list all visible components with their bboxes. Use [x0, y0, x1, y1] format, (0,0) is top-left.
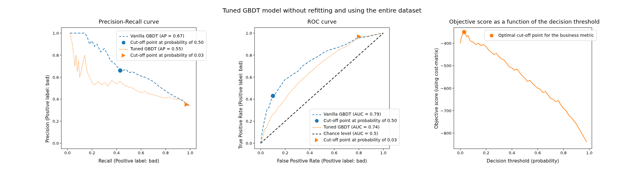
roc-legend-vanilla: Vanilla GBDT (AUC = 0.79): [312, 111, 397, 117]
roc-xlabel: False Positive Rate (Positive label: bad…: [255, 158, 389, 164]
pr-legend-vanilla-label: Vanilla GBDT (AP = 0.67): [130, 33, 184, 39]
objective-marker: [462, 30, 466, 34]
precision_recall-ytick: 0.8: [52, 53, 59, 57]
roc-title: ROC curve: [255, 18, 389, 25]
objective-ytick: −600: [440, 86, 451, 90]
objective-ytick: −800: [440, 131, 451, 135]
roc-legend-cut-vanilla: Cut-off point at probability of 0.50: [312, 117, 397, 124]
pr-legend-cut-tuned: Cut-off point at probability of 0.03: [119, 52, 204, 59]
roc-legend-tuned: Tuned GBDT (AUC = 0.74): [312, 124, 397, 130]
precision_recall-xtick: 0.8: [163, 151, 169, 155]
obj-legend-optimal: Optimal cut-off point for the business m…: [487, 32, 594, 39]
objective-ytick: −500: [440, 63, 451, 68]
objective-series: [460, 32, 587, 142]
roc-ylabel: True Positive Rate (Positive label: bad): [238, 61, 243, 149]
objective-xtick: 1.0: [586, 151, 592, 155]
panel-precision-recall: Precision-Recall curve 0.00.20.40.60.81.…: [46, 18, 230, 172]
figure: Tuned GBDT model without refitting and u…: [0, 0, 644, 184]
pr-legend-cut-vanilla-label: Cut-off point at probability of 0.50: [130, 39, 204, 46]
precision_recall-ytick: 0.0: [52, 141, 59, 146]
objective-xtick: 0.2: [483, 151, 489, 155]
obj-axes: 0.00.20.40.60.81.0−800−700−600−500−400: [454, 28, 592, 149]
objective-ytick: −700: [440, 108, 451, 113]
roc-xtick: 0.8: [356, 151, 362, 155]
pr-legend: Vanilla GBDT (AP = 0.67) Cut-off point a…: [117, 31, 206, 61]
roc-xtick: 0.0: [258, 151, 264, 155]
precision_recall-xtick: 0.4: [113, 151, 120, 155]
roc-xtick: 0.4: [307, 151, 313, 155]
precision_recall-xtick: 0.2: [89, 151, 95, 155]
objective-xtick: 0.6: [535, 151, 541, 155]
roc-legend-chance: Chance level (AUC = 0.5): [312, 130, 397, 137]
objective-ytick: −400: [440, 41, 451, 46]
panel-objective: Objective score as a function of the dec…: [432, 18, 616, 172]
roc-legend-tuned-label: Tuned GBDT (AUC = 0.74): [324, 124, 380, 130]
roc-ytick: 1.0: [246, 31, 252, 35]
roc-xtick: 0.2: [282, 151, 289, 155]
precision_recall-ytick: 0.4: [52, 97, 59, 102]
obj-ylabel: Objective score (using cost-matrix): [434, 48, 439, 129]
roc-marker: [271, 94, 275, 98]
obj-legend: Optimal cut-off point for the business m…: [485, 30, 597, 41]
precision_recall-xtick: 1.0: [187, 151, 194, 155]
panel-roc: ROC curve 0.00.20.40.60.81.00.00.20.40.6…: [239, 18, 423, 172]
roc-legend: Vanilla GBDT (AUC = 0.79) Cut-off point …: [310, 109, 400, 145]
pr-xlabel: Recall (Positive label: bad): [61, 158, 196, 164]
precision_recall-xtick: 0.0: [64, 151, 71, 155]
roc-xtick: 1.0: [380, 151, 387, 155]
figure-suptitle: Tuned GBDT model without refitting and u…: [0, 7, 644, 14]
objective-xtick: 0.8: [560, 151, 567, 155]
svg-rect-26: [454, 28, 592, 149]
objective-xtick: 0.0: [457, 151, 464, 155]
precision_recall-ytick: 1.0: [52, 31, 59, 35]
roc-ytick: 0.0: [246, 141, 252, 146]
obj-xlabel: Decision threshold (probability): [454, 158, 592, 164]
roc-legend-cut-vanilla-label: Cut-off point at probability of 0.50: [324, 117, 397, 124]
precision_recall-ytick: 0.6: [52, 75, 59, 79]
roc-ytick: 0.8: [246, 53, 252, 57]
pr-ylabel: Precision (Positive label: bad): [45, 75, 50, 143]
obj-title: Objective score as a function of the dec…: [445, 18, 604, 25]
roc-ytick: 0.4: [246, 97, 252, 102]
roc-ytick: 0.6: [246, 75, 252, 79]
obj-legend-optimal-label: Optimal cut-off point for the business m…: [498, 32, 594, 39]
roc-legend-cut-tuned: Cut-off point at probability of 0.03: [312, 137, 397, 143]
pr-legend-vanilla: Vanilla GBDT (AP = 0.67): [119, 33, 204, 39]
roc-ytick: 0.2: [246, 119, 252, 124]
roc-xtick: 0.6: [331, 151, 338, 155]
objective-svg: [454, 28, 592, 149]
pr-legend-tuned-label: Tuned GBDT (AP = 0.55): [130, 46, 183, 52]
roc-legend-chance-label: Chance level (AUC = 0.5): [324, 130, 378, 137]
precision_recall-xtick: 0.6: [138, 151, 144, 155]
objective-xtick: 0.4: [509, 151, 515, 155]
pr-title: Precision-Recall curve: [61, 18, 196, 25]
precision_recall-marker: [185, 102, 189, 107]
roc-legend-cut-tuned-label: Cut-off point at probability of 0.03: [324, 137, 397, 143]
precision_recall-marker: [118, 68, 122, 73]
pr-legend-tuned: Tuned GBDT (AP = 0.55): [119, 46, 204, 52]
precision_recall-ytick: 0.2: [52, 119, 59, 124]
pr-legend-cut-tuned-label: Cut-off point at probability of 0.03: [130, 52, 204, 59]
roc-legend-vanilla-label: Vanilla GBDT (AUC = 0.79): [324, 111, 381, 117]
pr-legend-cut-vanilla: Cut-off point at probability of 0.50: [119, 39, 204, 46]
